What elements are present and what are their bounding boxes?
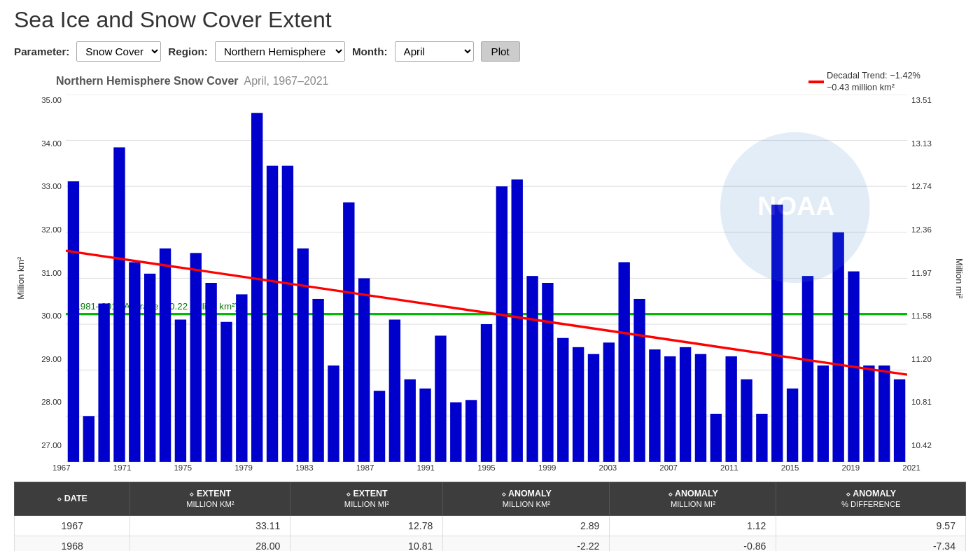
bar	[756, 414, 767, 462]
y-tick-left: 30.00	[41, 312, 62, 320]
y-axis-right-label: Million mi²	[953, 95, 966, 462]
x-tick: 2021	[902, 463, 920, 472]
x-tick: 1999	[538, 463, 556, 472]
bar	[267, 166, 278, 462]
bar	[405, 379, 416, 462]
bar	[144, 274, 155, 462]
bar	[557, 338, 568, 462]
y-axis-left-ticks: 35.0034.0033.0032.0031.0030.0029.0028.00…	[27, 95, 66, 462]
table-header[interactable]: ⬦ EXTENTMILLION KM²	[130, 482, 290, 516]
y-tick-left: 29.00	[41, 355, 62, 363]
bar	[496, 186, 507, 462]
bar	[680, 347, 691, 462]
x-tick: 1987	[356, 463, 374, 472]
bar	[419, 389, 430, 462]
table-cell: 1968	[15, 536, 130, 551]
bar	[343, 202, 354, 462]
month-select[interactable]: JanuaryFebruaryMarchAprilMayJuneJulyAugu…	[395, 41, 474, 62]
bar	[298, 249, 309, 462]
bar	[312, 299, 323, 462]
page-title: Sea Ice and Snow Cover Extent	[14, 7, 966, 33]
bar	[374, 391, 385, 462]
bar	[481, 324, 492, 462]
x-tick: 2015	[781, 463, 799, 472]
table-row: 196828.0010.81-2.22-0.86-7.34	[15, 536, 966, 551]
bar	[588, 354, 599, 462]
bar	[802, 276, 813, 462]
table-header[interactable]: ⬦ EXTENTMILLION MI²	[290, 482, 443, 516]
table-cell: 1.12	[610, 515, 776, 536]
y-tick-right: 10.81	[911, 398, 932, 406]
y-tick-right: 10.42	[911, 441, 932, 449]
bar	[512, 180, 523, 462]
bar	[894, 379, 905, 462]
table-cell: 9.57	[776, 515, 966, 536]
plot-button[interactable]: Plot	[481, 41, 520, 62]
bar	[190, 253, 202, 463]
y-tick-right: 13.13	[911, 139, 932, 148]
controls-bar: Parameter: Sea IceSnow Cover Region: Nor…	[14, 41, 966, 62]
bar	[83, 417, 94, 463]
table-header[interactable]: ⬦ DATE	[15, 482, 130, 516]
x-axis-ticks: 1967197119751979198319871991199519992003…	[14, 462, 966, 472]
bar	[618, 263, 629, 462]
bar	[710, 414, 722, 462]
bar	[649, 349, 660, 462]
bar	[328, 365, 339, 462]
bar	[725, 356, 736, 462]
table-cell: 12.78	[290, 515, 443, 536]
bar	[863, 365, 874, 462]
x-tick: 2007	[659, 463, 678, 472]
bar	[358, 279, 370, 462]
x-tick: 1983	[295, 463, 314, 472]
bar	[113, 148, 125, 462]
region-label: Region:	[168, 46, 208, 57]
y-tick-right: 11.58	[911, 312, 932, 320]
bar	[175, 320, 186, 462]
data-table: ⬦ DATE⬦ EXTENTMILLION KM²⬦ EXTENTMILLION…	[14, 482, 966, 551]
bar	[236, 295, 247, 462]
table-header[interactable]: ⬦ ANOMALYMILLION KM²	[443, 482, 610, 516]
parameter-label: Parameter:	[14, 46, 69, 57]
bar	[664, 356, 676, 462]
legend-trend: Decadal Trend: −1.42% −0.43 million km²	[827, 70, 920, 93]
y-tick-right: 12.74	[911, 182, 932, 190]
table-cell: -0.86	[610, 536, 776, 551]
bar	[818, 365, 829, 462]
table-cell: 1967	[15, 515, 130, 536]
y-tick-left: 28.00	[41, 398, 62, 406]
chart-title: Northern Hemisphere Snow Cover	[56, 75, 239, 88]
svg-text:NOAA: NOAA	[757, 191, 834, 221]
table-header[interactable]: ⬦ ANOMALYMILLION MI²	[610, 482, 776, 516]
bar	[160, 249, 171, 462]
table-row: 196733.1112.782.891.129.57	[15, 515, 966, 536]
bar	[526, 276, 538, 462]
parameter-select[interactable]: Sea IceSnow Cover	[76, 41, 161, 62]
x-tick: 1971	[113, 463, 132, 472]
chart-subtitle: April, 1967–2021	[244, 75, 329, 88]
bar	[787, 389, 798, 462]
region-select[interactable]: Northern HemisphereSouthern Hemisphere	[215, 41, 345, 62]
table-cell: -7.34	[776, 536, 966, 551]
bar	[878, 365, 890, 462]
y-tick-right: 13.51	[911, 96, 932, 104]
chart-canvas: 1981–2010 Average (30.22 million km²)NOA…	[66, 95, 907, 462]
y-tick-right: 12.36	[911, 225, 932, 234]
bar	[603, 343, 615, 463]
bar	[435, 336, 446, 462]
table-header[interactable]: ⬦ ANOMALY% DIFFERENCE	[776, 482, 966, 516]
x-tick: 1979	[234, 463, 253, 472]
bar	[205, 283, 216, 462]
y-tick-left: 33.00	[41, 182, 62, 190]
bar	[573, 347, 584, 462]
bar	[741, 379, 752, 462]
y-tick-left: 32.00	[41, 225, 62, 234]
y-tick-left: 35.00	[41, 96, 62, 104]
y-axis-left-label: Million km²	[14, 95, 27, 462]
bar	[695, 354, 706, 462]
x-tick: 1995	[477, 463, 496, 472]
x-tick: 2003	[599, 463, 617, 472]
table-cell: 33.11	[130, 515, 290, 536]
bar	[98, 304, 109, 462]
bar	[389, 320, 400, 462]
